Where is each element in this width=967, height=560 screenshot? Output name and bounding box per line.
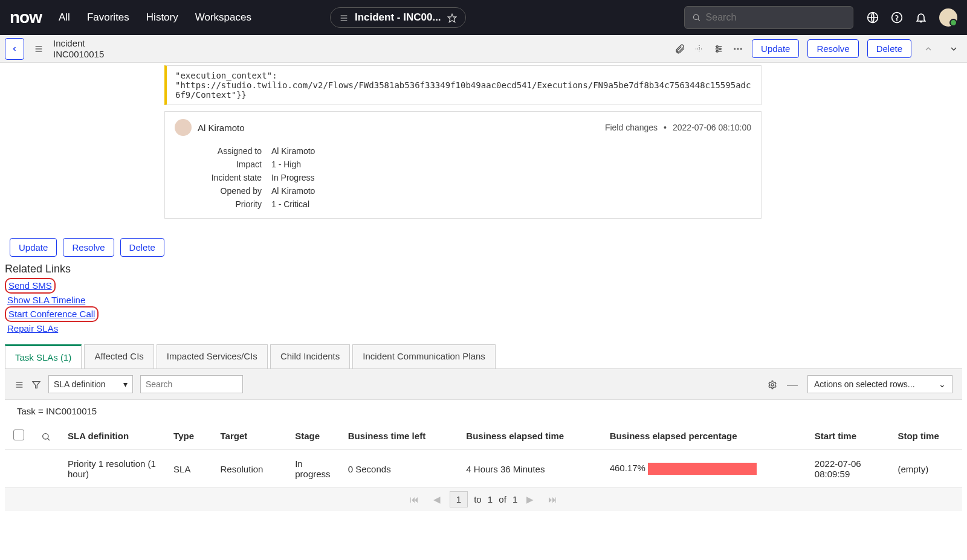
field-value: Al Kiramoto [271,186,315,196]
comment-avatar [175,119,192,136]
row-checkbox[interactable] [5,450,33,488]
row-info-icon[interactable] [33,450,59,488]
more-icon[interactable] [733,43,743,54]
list-breadcrumb[interactable]: Task = INC0010015 [5,400,962,422]
tab-task-slas[interactable]: Task SLAs (1) [5,344,82,369]
update-button[interactable]: Update [10,238,57,257]
nav-favorites[interactable]: Favorites [87,11,129,24]
tab-impacted-services[interactable]: Impacted Services/CIs [157,344,268,369]
cell-start: 2022-07-06 08:09:59 [806,450,890,488]
record-menu-icon[interactable] [34,43,44,54]
col-sla-definition[interactable]: SLA definition [59,422,165,450]
minus-icon[interactable]: — [787,378,798,391]
settings-icon[interactable] [713,43,724,54]
col-start-time[interactable]: Start time [806,422,890,450]
page-to-word: to [474,494,482,504]
star-icon[interactable] [447,12,457,22]
top-nav: All Favorites History Workspaces [59,11,251,24]
activity-header: Al Kiramoto Field changes • 2022-07-06 0… [175,119,751,136]
search-field-select[interactable]: SLA definition ▾ [48,375,133,393]
tab-affected-cis[interactable]: Affected CIs [84,344,154,369]
svg-point-19 [737,48,739,50]
filter-icon[interactable] [31,379,41,389]
svg-point-4 [693,14,699,20]
avatar[interactable] [939,8,957,27]
back-button[interactable] [5,38,24,60]
field-value: Al Kiramoto [271,146,315,156]
svg-point-16 [719,48,721,50]
record-title: Incident INC0010015 [53,38,104,60]
gear-icon[interactable] [768,379,777,389]
help-icon[interactable] [891,11,903,24]
link-repair-slas[interactable]: Repair SLAs [5,322,60,335]
prev-record-icon[interactable] [920,43,937,54]
page-of-word: of [499,494,506,504]
tab-child-incidents[interactable]: Child Incidents [270,344,350,369]
actions-on-selected[interactable]: Actions on selected rows... ⌄ [807,375,952,393]
field-value: 1 - High [271,159,301,169]
field-value: In Progress [271,173,315,182]
global-search-input[interactable] [706,12,846,23]
cell-sla-definition: Priority 1 resolution (1 hour) [59,450,165,488]
sla-table: SLA definition Type Target Stage Busines… [5,422,962,488]
svg-point-15 [716,46,718,48]
field-label: Opened by [175,186,271,196]
next-page-icon[interactable]: ▶ [526,494,534,504]
link-start-conference-call[interactable]: Start Conference Call [5,306,99,322]
col-business-elapsed-time[interactable]: Business elapsed time [458,422,601,450]
last-page-icon[interactable]: ⏭ [548,494,557,504]
chevron-down-icon: ⌄ [939,379,946,389]
svg-point-18 [734,48,736,50]
tab-chip[interactable]: Incident - INC00... [330,7,466,28]
global-search[interactable] [684,6,853,29]
svg-point-17 [716,50,718,52]
col-stop-time[interactable]: Stop time [889,422,962,450]
brand-logo[interactable]: now [10,8,42,27]
page-total: 1 [513,494,517,504]
link-show-sla-timeline[interactable]: Show SLA Timeline [5,294,88,307]
col-business-time-left[interactable]: Business time left [340,422,458,450]
list-toolbar: SLA definition ▾ — Actions on selected r… [5,369,962,400]
bell-icon[interactable] [915,11,927,24]
col-stage[interactable]: Stage [286,422,340,450]
code-line-2: "https://studio.twilio.com/v2/Flows/FWd3… [175,80,752,100]
svg-point-8 [897,20,897,21]
resolve-button[interactable]: Resolve [63,238,114,257]
delete-button-header[interactable]: Delete [867,39,911,58]
link-send-sms[interactable]: Send SMS [5,278,56,294]
svg-marker-24 [33,381,40,388]
comment-author: Al Kiramoto [198,123,245,133]
cell-percentage: 460.17% [601,450,806,488]
cell-type: SLA [165,450,212,488]
nav-workspaces[interactable]: Workspaces [195,11,251,24]
attachment-icon[interactable] [674,43,685,54]
first-page-icon[interactable]: ⏮ [410,494,419,504]
field-label: Assigned to [175,146,271,156]
col-type[interactable]: Type [165,422,212,450]
chevron-down-icon: ▾ [123,379,128,389]
related-links-title: Related Links [5,263,962,275]
globe-icon[interactable] [867,11,879,24]
select-all-header[interactable] [5,422,33,450]
list-menu-icon[interactable] [15,379,24,389]
next-record-icon[interactable] [945,43,962,54]
search-column-icon[interactable] [33,422,59,450]
table-row[interactable]: Priority 1 resolution (1 hour) SLA Resol… [5,450,962,488]
activity-icon[interactable] [694,43,705,54]
nav-history[interactable]: History [146,11,178,24]
code-line-1: "execution_context": [175,71,752,80]
col-target[interactable]: Target [212,422,287,450]
update-button-header[interactable]: Update [752,39,799,58]
percentage-value: 460.17% [610,463,645,473]
col-business-elapsed-percentage[interactable]: Business elapsed percentage [601,422,806,450]
svg-marker-3 [448,14,456,22]
svg-line-27 [48,438,50,440]
activity-entry: Al Kiramoto Field changes • 2022-07-06 0… [164,111,762,219]
tab-communication-plans[interactable]: Incident Communication Plans [352,344,496,369]
nav-all[interactable]: All [59,11,70,24]
resolve-button-header[interactable]: Resolve [807,39,858,58]
list-search-input[interactable] [140,375,243,393]
delete-button[interactable]: Delete [120,238,164,257]
actions-label: Actions on selected rows... [814,379,915,389]
prev-page-icon[interactable]: ◀ [433,494,441,504]
